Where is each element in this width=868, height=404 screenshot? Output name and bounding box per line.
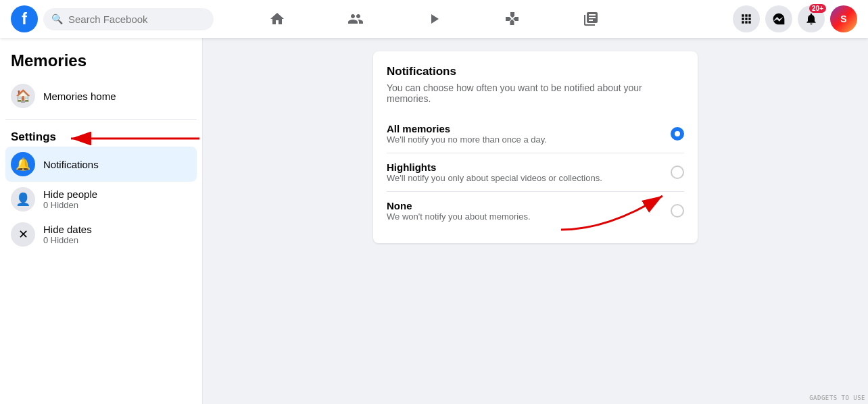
home-nav-button[interactable] xyxy=(239,3,315,35)
hide-people-sub: 0 Hidden xyxy=(43,200,97,210)
hide-people-sidebar-icon: 👤 xyxy=(11,187,35,211)
none-sub: We won't notify you about memories. xyxy=(387,211,531,222)
notifications-card-desc: You can choose how often you want to be … xyxy=(387,82,684,104)
friends-nav-button[interactable] xyxy=(318,3,393,35)
messenger-button[interactable] xyxy=(765,5,792,32)
none-radio[interactable] xyxy=(671,204,684,218)
facebook-logo[interactable]: f xyxy=(11,5,38,32)
notifications-button[interactable]: 20+ xyxy=(798,5,825,32)
sidebar-item-memories-home[interactable]: 🏠 Memories home xyxy=(5,78,197,113)
topnav-center xyxy=(214,3,654,35)
sidebar-divider xyxy=(5,119,197,120)
main-content: Notifications You can choose how often y… xyxy=(203,38,868,404)
notifications-sidebar-icon: 🔔 xyxy=(11,152,35,176)
gaming-nav-button[interactable] xyxy=(475,3,550,35)
hide-people-label: Hide people xyxy=(43,188,97,200)
sidebar-item-hide-people[interactable]: 👤 Hide people 0 Hidden xyxy=(5,182,197,217)
none-label: None xyxy=(387,200,531,211)
top-navigation: f 🔍 20+ S xyxy=(0,0,868,38)
sidebar: Memories 🏠 Memories home Settings 🔔 Noti… xyxy=(0,38,203,404)
hide-dates-label: Hide dates xyxy=(43,224,92,235)
search-input[interactable] xyxy=(68,14,206,25)
notification-badge: 20+ xyxy=(809,4,826,13)
memories-home-label: Memories home xyxy=(43,91,116,102)
hide-dates-sidebar-icon: ✕ xyxy=(11,222,35,247)
sidebar-item-hide-dates[interactable]: ✕ Hide dates 0 Hidden xyxy=(5,217,197,252)
notifications-card-title: Notifications xyxy=(387,65,684,78)
hide-dates-sub: 0 Hidden xyxy=(43,235,92,245)
topnav-left: f 🔍 xyxy=(11,5,214,32)
home-sidebar-icon: 🏠 xyxy=(11,84,35,108)
search-icon: 🔍 xyxy=(51,14,63,24)
notifications-card: Notifications You can choose how often y… xyxy=(373,51,698,243)
all-memories-radio[interactable] xyxy=(671,127,684,141)
all-memories-label: All memories xyxy=(387,123,547,134)
topnav-right: 20+ S xyxy=(654,5,857,32)
highlights-label: Highlights xyxy=(387,161,602,173)
sidebar-item-notifications[interactable]: 🔔 Notifications xyxy=(5,147,197,182)
user-avatar[interactable]: S xyxy=(830,5,857,32)
marketplace-nav-button[interactable] xyxy=(553,3,629,35)
watch-nav-button[interactable] xyxy=(396,3,472,35)
settings-section-title: Settings xyxy=(5,125,197,147)
highlights-radio[interactable] xyxy=(671,166,684,179)
highlights-option[interactable]: Highlights We'll notify you only about s… xyxy=(387,153,684,192)
highlights-sub: We'll notify you only about special vide… xyxy=(387,173,602,183)
main-layout: Memories 🏠 Memories home Settings 🔔 Noti… xyxy=(0,38,868,404)
watermark: GADGETS TO USE xyxy=(809,395,865,401)
all-memories-option[interactable]: All memories We'll notify you no more th… xyxy=(387,115,684,153)
notifications-label: Notifications xyxy=(43,159,99,170)
all-memories-sub: We'll notify you no more than once a day… xyxy=(387,134,547,145)
sidebar-title: Memories xyxy=(5,46,197,78)
search-bar[interactable]: 🔍 xyxy=(43,8,214,30)
apps-button[interactable] xyxy=(733,5,760,32)
none-option[interactable]: None We won't notify you about memories. xyxy=(387,192,684,230)
